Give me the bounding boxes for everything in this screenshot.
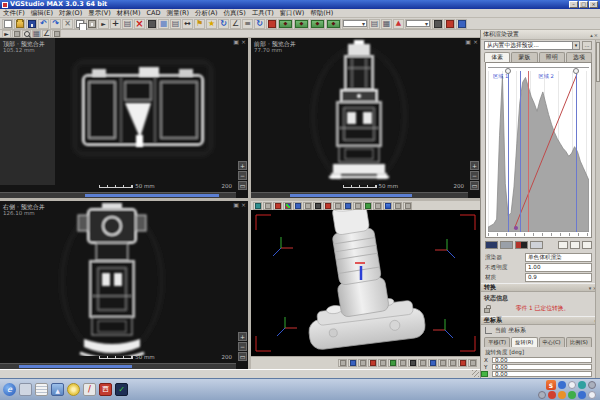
snapshot-icon[interactable]: [353, 202, 362, 210]
image-viewer-icon[interactable]: [51, 383, 64, 396]
viewport-maximize-icon[interactable]: [233, 39, 239, 45]
screen-layout-icon[interactable]: [122, 19, 133, 29]
slice-slider[interactable]: [251, 192, 468, 198]
status-icon-6[interactable]: [388, 359, 397, 367]
color-button-2[interactable]: [570, 241, 580, 249]
sogou-input-icon[interactable]: [546, 380, 556, 390]
template-green-button-1[interactable]: [278, 19, 293, 29]
gray-value-histogram[interactable]: 区域 1区域 2: [488, 71, 589, 232]
tray-icon-9[interactable]: [578, 391, 586, 399]
section-icon[interactable]: [373, 202, 382, 210]
rotate-tool-icon[interactable]: [218, 19, 229, 29]
clipboard-icon[interactable]: [146, 19, 157, 29]
analysis-blue-icon[interactable]: [456, 19, 467, 29]
zoom-in-icon[interactable]: [470, 161, 479, 170]
setting-value[interactable]: 0.9: [525, 273, 592, 282]
menu-item[interactable]: 对象(O): [56, 9, 85, 18]
menu-item[interactable]: CAD: [143, 9, 163, 18]
region-boundary-line[interactable]: [508, 71, 509, 232]
panel-close-icon[interactable]: ×: [594, 32, 598, 38]
menu-item[interactable]: 测量(R): [163, 9, 192, 18]
viewport-maximize-icon[interactable]: [233, 202, 239, 208]
viewport-3d[interactable]: [251, 201, 480, 369]
menu-item[interactable]: 显示(V): [85, 9, 114, 18]
region-boundary-line[interactable]: [520, 71, 521, 232]
transform-tab[interactable]: 旋转(R): [511, 337, 537, 347]
viewport-side-slice[interactable]: 右侧 · 预览合并 126.10 mm 50 mm 200: [0, 201, 248, 369]
grid-icon[interactable]: [381, 19, 392, 29]
status-icon-13[interactable]: [458, 359, 467, 367]
panel-scrollbar[interactable]: [595, 40, 600, 378]
section-menu-icon[interactable]: ▾: [589, 285, 592, 291]
render-mode-icon[interactable]: [253, 202, 262, 210]
maximize-button[interactable]: [579, 1, 588, 8]
new-file-icon[interactable]: [2, 19, 13, 29]
registration-cube-icon[interactable]: [158, 19, 169, 29]
viewport-front-slice[interactable]: 前部 · 预览合并 77.70 mm 50 mm 200: [251, 38, 480, 198]
measure-distance-icon[interactable]: [182, 19, 193, 29]
viewport-close-icon[interactable]: [241, 39, 246, 45]
slice-slider-fill[interactable]: [290, 194, 412, 197]
axis-value-field[interactable]: 0.00: [492, 357, 592, 363]
coordinate-system-item[interactable]: 当前 坐标系: [485, 326, 526, 335]
zoom-out-icon[interactable]: [238, 171, 247, 180]
tray-icon-6[interactable]: [548, 391, 556, 399]
tray-icon-1[interactable]: [558, 381, 566, 389]
red-app-icon[interactable]: [99, 383, 112, 396]
axis-colors-icon[interactable]: [283, 202, 292, 210]
slice-slider[interactable]: [0, 192, 236, 198]
printer-icon[interactable]: [369, 19, 380, 29]
clip-icon[interactable]: [273, 202, 282, 210]
pointer-icon[interactable]: [2, 30, 11, 38]
status-icon-4[interactable]: [368, 359, 377, 367]
status-icon-3[interactable]: [358, 359, 367, 367]
window-icon[interactable]: [19, 383, 32, 396]
tool-red-icon[interactable]: [266, 19, 277, 29]
viewport-top-slice[interactable]: 顶部 · 预览合并 105.12 mm 50 mm 200: [0, 38, 248, 198]
status-icon-2[interactable]: [348, 359, 357, 367]
viewport-maximize-icon[interactable]: [465, 39, 471, 45]
setting-value[interactable]: 1.00: [525, 263, 592, 272]
cd-icon[interactable]: [67, 383, 80, 396]
region-boundary-line[interactable]: [576, 71, 577, 232]
coordinate-section-header[interactable]: 坐标系 ▾: [481, 316, 600, 325]
annotation-flag-icon[interactable]: [194, 19, 205, 29]
menu-item[interactable]: 材料(M): [114, 9, 144, 18]
viewport-close-icon[interactable]: [241, 202, 246, 208]
grid-3d-icon[interactable]: [333, 202, 342, 210]
zoom-in-icon[interactable]: [238, 161, 247, 170]
transform-tab[interactable]: 比例(S): [566, 337, 592, 347]
preset-gray-button[interactable]: [500, 241, 513, 249]
status-icon-14[interactable]: [468, 359, 477, 367]
status-icon-7[interactable]: [398, 359, 407, 367]
pan-icon[interactable]: [12, 30, 21, 38]
zoom-fit-icon[interactable]: [238, 181, 247, 190]
status-icon-10[interactable]: [428, 359, 437, 367]
template-green-button-2[interactable]: [294, 19, 309, 29]
delete-icon[interactable]: [134, 19, 145, 29]
threshold-line[interactable]: [528, 71, 529, 232]
panel-tab[interactable]: 照明: [539, 52, 565, 62]
axes-icon[interactable]: [42, 30, 51, 38]
copy-icon[interactable]: [74, 19, 85, 29]
tray-icon-4[interactable]: [588, 381, 596, 389]
align-tool-icon[interactable]: [242, 19, 253, 29]
template-green-button-4[interactable]: [326, 19, 341, 29]
active-view-button[interactable]: [383, 202, 392, 210]
minimize-button[interactable]: [569, 1, 578, 8]
browser-icon[interactable]: [3, 383, 16, 396]
tray-icon-3[interactable]: [578, 381, 586, 389]
tray-icon-10[interactable]: [588, 391, 596, 399]
option-icon-2[interactable]: [403, 202, 412, 210]
material-icon[interactable]: [432, 19, 443, 29]
angle-tool-icon[interactable]: [230, 19, 241, 29]
camera-icon[interactable]: [263, 202, 272, 210]
setting-value[interactable]: 单色体积渲染: [525, 253, 592, 262]
measure-3d-icon[interactable]: [363, 202, 372, 210]
menu-item[interactable]: 仿真(S): [221, 9, 249, 18]
transform-section-header[interactable]: 转换 ▾ ×: [481, 283, 600, 292]
status-icon-11[interactable]: [438, 359, 447, 367]
status-icon-5[interactable]: [378, 359, 387, 367]
transform-tab[interactable]: 平移(T): [484, 337, 510, 347]
analysis-red-icon[interactable]: [444, 19, 455, 29]
